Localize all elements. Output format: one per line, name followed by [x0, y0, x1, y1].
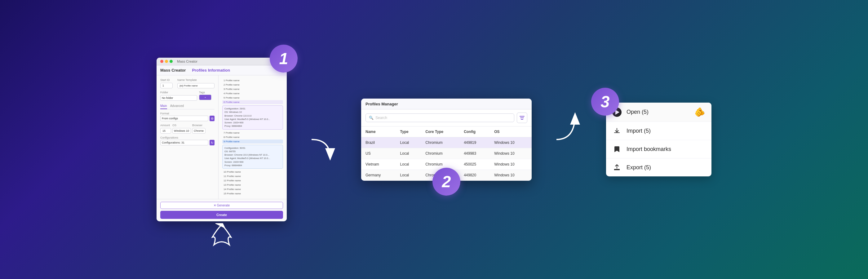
- arrow1-svg: [209, 223, 234, 248]
- mc-footer: ✕ Generate Create: [157, 199, 287, 221]
- curved-arrow2-svg: [550, 108, 587, 146]
- tab-advanced[interactable]: Advanced: [170, 103, 184, 109]
- cell-config: 449819: [459, 137, 490, 148]
- dropdown-menu: Open (5) 🫵 Import (5) Imp: [606, 103, 711, 176]
- profile-item[interactable]: 7 Profile name: [222, 131, 283, 135]
- profile-item[interactable]: 14 Profile name: [222, 187, 283, 191]
- cell-os: Windows 10: [490, 169, 532, 180]
- cell-name: Vietnam: [361, 159, 396, 169]
- format-select-row: From configs ⚙: [160, 116, 215, 121]
- mass-creator-window: Mass Creator Mass Creator Profiles Infor…: [157, 58, 287, 221]
- config-refresh-btn[interactable]: ↻: [210, 140, 215, 145]
- menu-item-import-bookmarks[interactable]: Import bookmarks: [606, 140, 711, 158]
- format-icon-btn[interactable]: ⚙: [210, 116, 215, 121]
- amount-label: Amount: [160, 124, 171, 127]
- pm-titlebar: Profiles Manager: [361, 99, 532, 110]
- start-id-label: Start ID: [160, 79, 176, 82]
- profile-item[interactable]: 11 Profile name: [222, 174, 283, 178]
- step3-badge: 3: [591, 88, 619, 116]
- tags-col: Tags +: [199, 91, 215, 101]
- curved-arrow1-svg: [305, 133, 343, 170]
- os-select[interactable]: Windows 10: [173, 128, 191, 134]
- create-button[interactable]: Create: [160, 211, 283, 219]
- mc-header-title: Mass Creator: [160, 68, 186, 72]
- folder-select[interactable]: No folder: [160, 95, 197, 101]
- generate-button[interactable]: ✕ Generate: [160, 202, 283, 209]
- amount-os-browser-row: Amount OS Windows 10 Browser: [160, 124, 215, 134]
- start-id-input[interactable]: [160, 83, 173, 88]
- pm-title: Profiles Manager: [366, 102, 398, 106]
- mc-header: Mass Creator Profiles Information: [157, 65, 287, 75]
- step2-badge: 2: [432, 168, 460, 196]
- amount-input[interactable]: [160, 128, 171, 134]
- export-icon-svg: [614, 164, 620, 171]
- folder-col: Folder No folder: [160, 91, 197, 101]
- pm-search-box[interactable]: 🔍 Search: [366, 114, 514, 122]
- profile-item[interactable]: 3 Profile name: [222, 87, 283, 91]
- profile-item[interactable]: 15 Profile name: [222, 192, 283, 196]
- cell-name: US: [361, 148, 396, 159]
- tags-button[interactable]: +: [199, 95, 211, 100]
- name-template-label: Name Template: [177, 79, 215, 82]
- menu-item-open[interactable]: Open (5) 🫵: [606, 103, 711, 122]
- col-type: Type: [396, 126, 421, 137]
- tags-label: Tags: [199, 91, 215, 94]
- filter-icon: [520, 115, 525, 120]
- profile-item[interactable]: 10 Profile name: [222, 170, 283, 174]
- profile-item[interactable]: 1 Profile name: [222, 79, 283, 83]
- os-label: OS: [173, 124, 191, 127]
- profile-detail-box2: Configuration: 30/31 OS: 68755 Browser: …: [222, 145, 283, 169]
- name-template-col: Name Template: [177, 79, 215, 88]
- mc-left-form: Start ID Name Template Folder: [157, 75, 219, 199]
- os-col: OS Windows 10: [173, 124, 191, 134]
- table-row[interactable]: BrazilLocalChromium449819Windows 10: [361, 137, 532, 148]
- mc-header-section: Profiles Information: [192, 68, 230, 72]
- start-id-row: Start ID Name Template: [160, 79, 215, 88]
- folder-tags-row: Folder No folder Tags +: [160, 91, 215, 101]
- pm-search-text: Search: [375, 116, 387, 120]
- open-label: Open (5): [626, 109, 649, 115]
- filter-button[interactable]: [517, 113, 527, 123]
- table-row[interactable]: USLocalChromium449983Windows 10: [361, 148, 532, 159]
- cell-type: Local: [396, 159, 421, 169]
- config-row: Configurations Configurations: 31 ↻: [160, 136, 215, 145]
- browser-label: Browser: [192, 124, 206, 127]
- profile-item-selected2[interactable]: 9 Profile name: [222, 140, 283, 144]
- browser-col: Browser Chrome: [192, 124, 206, 134]
- col-config: Config: [459, 126, 490, 137]
- format-label: Format: [160, 112, 215, 115]
- cell-type: Local: [396, 137, 421, 148]
- profile-item[interactable]: 5 Profile name: [222, 96, 283, 100]
- upload-icon: [612, 163, 622, 172]
- import-label: Import (5): [626, 128, 651, 134]
- format-row: Format From configs ⚙: [160, 112, 215, 121]
- arrow1-container: [209, 223, 234, 249]
- col-core-type: Core Type: [421, 126, 459, 137]
- browser-select[interactable]: Chrome: [192, 128, 206, 134]
- profile-item[interactable]: 13 Profile name: [222, 183, 283, 187]
- profile-item[interactable]: 2 Profile name: [222, 83, 283, 87]
- titlebar-title: Mass Creator: [177, 60, 197, 63]
- menu-item-export[interactable]: Export (5): [606, 158, 711, 176]
- profile-item[interactable]: 8 Profile name: [222, 135, 283, 139]
- step1-container: 1 Mass Creator Mass Creator Profiles Inf…: [157, 58, 287, 221]
- tab-main[interactable]: Main: [160, 103, 167, 109]
- cell-config: 449820: [459, 169, 490, 180]
- col-name: Name: [361, 126, 396, 137]
- profile-item[interactable]: 4 Profile name: [222, 91, 283, 95]
- pm-search-row: 🔍 Search: [361, 110, 532, 126]
- cell-config: 450025: [459, 159, 490, 169]
- col-os: OS: [490, 126, 532, 137]
- format-select[interactable]: From configs: [160, 116, 208, 121]
- cursor-hand-icon: 🫵: [694, 107, 705, 117]
- profile-item[interactable]: 12 Profile name: [222, 179, 283, 183]
- menu-item-import[interactable]: Import (5): [606, 122, 711, 140]
- config-select[interactable]: Configurations: 31: [160, 140, 208, 145]
- cell-core_type: Chromium: [421, 137, 459, 148]
- cell-core_type: Chromium: [421, 159, 459, 169]
- bookmark-icon-svg: [614, 146, 620, 153]
- profile-item-selected[interactable]: 6 Profile name: [222, 100, 283, 104]
- name-template-input[interactable]: [177, 83, 215, 88]
- import-bookmarks-label: Import bookmarks: [626, 146, 671, 153]
- main-container: 1 Mass Creator Mass Creator Profiles Inf…: [62, 58, 806, 221]
